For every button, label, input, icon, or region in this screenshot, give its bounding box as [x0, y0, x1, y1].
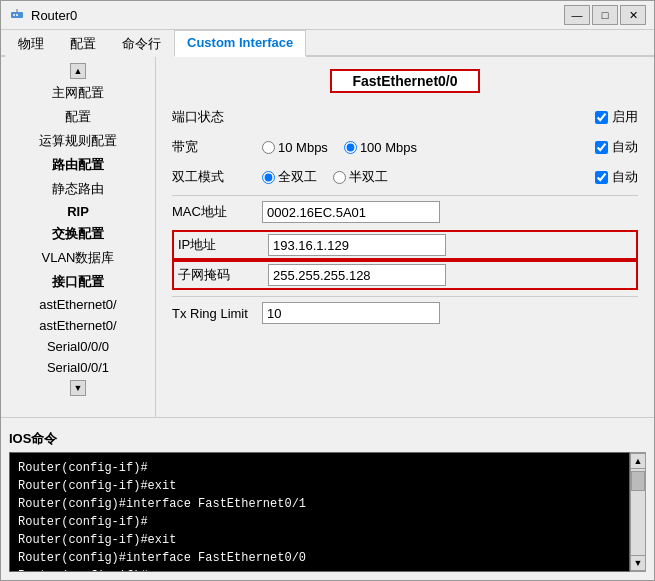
duplex-controls: 全双工 半双工 自动: [262, 168, 638, 186]
main-panel: FastEthernet0/0 端口状态 启用 带宽: [156, 57, 654, 417]
ios-line-6: Router(config-if)#: [18, 567, 621, 572]
main-window: Router0 — □ ✕ 物理 配置 命令行 Custom Interface…: [0, 0, 655, 581]
enable-label: 启用: [612, 108, 638, 126]
full-duplex-radio[interactable]: [262, 171, 275, 184]
ip-row: IP地址: [172, 230, 638, 260]
bw-100-label: 100 Mbps: [360, 140, 417, 155]
port-status-row: 端口状态 启用: [172, 105, 638, 129]
bw-10-label: 10 Mbps: [278, 140, 328, 155]
auto-duplex-label: 自动: [612, 168, 638, 186]
duplex-row: 双工模式 全双工 半双工: [172, 165, 638, 189]
title-bar-controls: — □ ✕: [564, 5, 646, 25]
ios-line-0: Router(config-if)#: [18, 459, 621, 477]
ios-line-1: Router(config-if)#exit: [18, 477, 621, 495]
sidebar-item-interface-config[interactable]: 接口配置: [1, 270, 155, 294]
tab-cli[interactable]: 命令行: [109, 30, 174, 57]
subnet-input[interactable]: [268, 264, 446, 286]
svg-point-1: [13, 14, 15, 16]
close-button[interactable]: ✕: [620, 5, 646, 25]
sidebar-item-fasteth0-0[interactable]: astEthernet0/: [1, 294, 155, 315]
mac-controls: [262, 201, 638, 223]
ip-label: IP地址: [178, 236, 268, 254]
ios-line-4: Router(config-if)#exit: [18, 531, 621, 549]
tx-controls: [262, 302, 638, 324]
ios-terminal[interactable]: Router(config-if)# Router(config-if)#exi…: [9, 452, 630, 572]
sidebar-item-serial0-0-1[interactable]: Serial0/0/1: [1, 357, 155, 378]
interface-title-box: FastEthernet0/0: [330, 69, 479, 93]
ios-scroll-thumb[interactable]: [631, 471, 645, 491]
mac-row: MAC地址: [172, 200, 638, 224]
full-duplex-label: 全双工: [278, 168, 317, 186]
ios-line-3: Router(config-if)#: [18, 513, 621, 531]
subnet-label: 子网掩码: [178, 266, 268, 284]
top-content: ▲ 主网配置 配置 运算规则配置 路由配置 静态路由 RIP 交换配置 VLAN…: [1, 57, 654, 417]
auto-bw-checkbox[interactable]: [595, 141, 608, 154]
port-status-label: 端口状态: [172, 108, 262, 126]
ios-line-2: Router(config)#interface FastEthernet0/1: [18, 495, 621, 513]
mac-label: MAC地址: [172, 203, 262, 221]
ios-line-5: Router(config)#interface FastEthernet0/0: [18, 549, 621, 567]
auto-duplex-checkbox[interactable]: [595, 171, 608, 184]
bw-10-radio[interactable]: [262, 141, 275, 154]
svg-point-2: [16, 14, 18, 16]
ios-section: IOS命令 Router(config-if)# Router(config-i…: [1, 417, 654, 580]
auto-bw-checkbox-group: 自动: [595, 138, 638, 156]
sidebar-item-config[interactable]: 配置: [1, 105, 155, 129]
duplex-label: 双工模式: [172, 168, 262, 186]
router-icon: [9, 7, 25, 23]
sidebar-item-main-config[interactable]: 主网配置: [1, 81, 155, 105]
bandwidth-row: 带宽 10 Mbps 100 Mbps: [172, 135, 638, 159]
bw-100-radio[interactable]: [344, 141, 357, 154]
bw-100-item: 100 Mbps: [344, 140, 417, 155]
sidebar-scroll-top: ▲: [1, 61, 155, 81]
title-bar: Router0 — □ ✕: [1, 1, 654, 30]
sidebar-scroll-down[interactable]: ▼: [70, 380, 86, 396]
enable-checkbox-group: 启用: [595, 108, 638, 126]
half-duplex-radio[interactable]: [333, 171, 346, 184]
ip-input[interactable]: [268, 234, 446, 256]
divider-1: [172, 195, 638, 196]
bandwidth-radio-group: 10 Mbps 100 Mbps: [262, 140, 587, 155]
ios-label: IOS命令: [9, 430, 646, 448]
tab-bar: 物理 配置 命令行 Custom Interface: [1, 30, 654, 57]
enable-checkbox[interactable]: [595, 111, 608, 124]
divider-2: [172, 296, 638, 297]
bw-10-item: 10 Mbps: [262, 140, 328, 155]
tx-label: Tx Ring Limit: [172, 306, 262, 321]
window-title: Router0: [31, 8, 77, 23]
sidebar-scroll-up[interactable]: ▲: [70, 63, 86, 79]
auto-duplex-checkbox-group: 自动: [595, 168, 638, 186]
full-layout: ▲ 主网配置 配置 运算规则配置 路由配置 静态路由 RIP 交换配置 VLAN…: [1, 57, 654, 580]
ios-scroll-down[interactable]: ▼: [630, 555, 646, 571]
ios-scroll-up[interactable]: ▲: [630, 453, 646, 469]
sidebar-item-vlan-db[interactable]: VLAN数据库: [1, 246, 155, 270]
subnet-row: 子网掩码: [172, 260, 638, 290]
sidebar-item-switch-config[interactable]: 交换配置: [1, 222, 155, 246]
title-bar-left: Router0: [9, 7, 77, 23]
ios-scrollbar[interactable]: ▲ ▼: [630, 452, 646, 572]
mac-input[interactable]: [262, 201, 440, 223]
sidebar-item-routing-rules[interactable]: 运算规则配置: [1, 129, 155, 153]
sidebar: ▲ 主网配置 配置 运算规则配置 路由配置 静态路由 RIP 交换配置 VLAN…: [1, 57, 156, 417]
tab-physics[interactable]: 物理: [5, 30, 57, 57]
sidebar-item-static-route[interactable]: 静态路由: [1, 177, 155, 201]
ip-controls: [268, 234, 632, 256]
half-duplex-item: 半双工: [333, 168, 388, 186]
interface-title-container: FastEthernet0/0: [172, 69, 638, 93]
tab-custom-interface[interactable]: Custom Interface: [174, 30, 306, 57]
port-status-controls: 启用: [262, 108, 638, 126]
tab-config[interactable]: 配置: [57, 30, 109, 57]
auto-bw-label: 自动: [612, 138, 638, 156]
maximize-button[interactable]: □: [592, 5, 618, 25]
sidebar-item-serial0-0-0[interactable]: Serial0/0/0: [1, 336, 155, 357]
sidebar-item-fasteth0-1[interactable]: astEthernet0/: [1, 315, 155, 336]
sidebar-item-rip[interactable]: RIP: [1, 201, 155, 222]
bandwidth-controls: 10 Mbps 100 Mbps 自动: [262, 138, 638, 156]
sidebar-scroll-bottom: ▼: [1, 378, 155, 398]
subnet-controls: [268, 264, 632, 286]
duplex-radio-group: 全双工 半双工: [262, 168, 587, 186]
sidebar-item-route-config[interactable]: 路由配置: [1, 153, 155, 177]
tx-input[interactable]: [262, 302, 440, 324]
ios-terminal-wrapper: Router(config-if)# Router(config-if)#exi…: [9, 452, 646, 572]
minimize-button[interactable]: —: [564, 5, 590, 25]
